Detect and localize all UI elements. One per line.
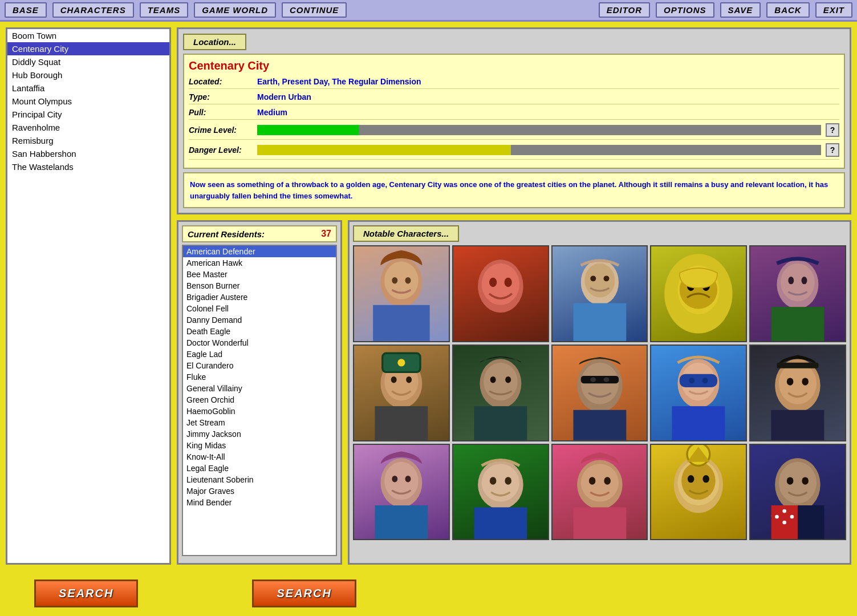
search-button-2[interactable]: SEARCH [252,579,356,607]
main-content: Boom Town Centenary City Diddly Squat Hu… [0,22,857,570]
portrait-2[interactable] [452,245,549,342]
portrait-1[interactable] [353,245,450,342]
location-item-diddly-squat[interactable]: Diddly Squat [7,55,169,68]
menu-bar: BASE CHARACTERS TEAMS GAME WORLD CONTINU… [0,0,857,22]
resident-death-eagle[interactable]: Death Eagle [183,326,336,337]
portrait-7[interactable] [452,345,549,441]
resident-colonel-fell[interactable]: Colonel Fell [183,303,336,314]
location-item-hub-borough[interactable]: Hub Borough [7,68,169,82]
menu-characters[interactable]: CHARACTERS [52,2,134,18]
resident-green-orchid[interactable]: Green Orchid [183,394,336,406]
svg-rect-60 [474,507,527,539]
resident-doctor-wonderful[interactable]: Doctor Wonderful [183,337,336,348]
location-item-the-wastelands[interactable]: The Wastelands [7,160,169,173]
characters-grid [353,245,846,540]
resident-know-it-all[interactable]: Know-It-All [183,451,336,463]
svg-point-52 [802,378,809,385]
resident-legal-eagle[interactable]: Legal Eagle [183,463,336,474]
portrait-3[interactable] [551,245,648,342]
portrait-8[interactable] [551,345,648,441]
resident-fluke[interactable]: Fluke [183,371,336,383]
location-list: Boom Town Centenary City Diddly Squat Hu… [6,27,171,565]
description-text: Now seen as something of a throwback to … [190,179,838,201]
info-panel: Location... Centenary City Located: Eart… [177,27,851,214]
type-row: Type: Modern Urban [189,92,839,104]
resident-lieutenant-soberin[interactable]: Lieutenant Soberin [183,474,336,485]
svg-point-8 [504,278,511,287]
portrait-9[interactable] [650,345,747,441]
svg-point-77 [779,461,817,503]
resident-eagle-lad[interactable]: Eagle Lad [183,348,336,360]
svg-rect-10 [573,303,626,341]
location-item-centenary-city[interactable]: Centenary City [7,42,169,55]
type-value: Modern Urban [257,92,311,102]
notable-tab: Notable Characters... [353,225,459,242]
crime-help-button[interactable]: ? [826,123,839,137]
location-item-remisburg[interactable]: Remisburg [7,134,169,147]
svg-point-79 [802,477,809,484]
svg-point-62 [490,477,497,484]
resident-general-villainy[interactable]: General Villainy [183,383,336,394]
resident-el-curandero[interactable]: El Curandero [183,360,336,371]
portrait-13[interactable] [551,444,648,541]
svg-point-41 [603,377,609,382]
pull-label: Pull: [189,108,257,117]
resident-king-midas[interactable]: King Midas [183,440,336,451]
resident-bee-master[interactable]: Bee Master [183,269,336,280]
residents-list[interactable]: American Defender American Hawk Bee Mast… [182,245,337,556]
portrait-11[interactable] [353,444,450,541]
resident-danny-demand[interactable]: Danny Demand [183,314,336,326]
location-item-principal-city[interactable]: Principal City [7,108,169,121]
location-tab: Location... [183,34,246,50]
svg-rect-20 [771,307,824,341]
resident-brigadier-austere[interactable]: Brigadier Austere [183,291,336,303]
location-item-ravenholme[interactable]: Ravenholme [7,121,169,134]
menu-options[interactable]: OPTIONS [656,2,714,18]
menu-save[interactable]: SAVE [720,2,761,18]
menu-editor[interactable]: EDITOR [599,2,650,18]
location-item-lantaffia[interactable]: Lantaffia [7,82,169,95]
danger-help-button[interactable]: ? [826,143,839,157]
crime-label: Crime Level: [189,125,257,135]
portrait-5[interactable] [749,245,846,342]
svg-point-13 [603,275,609,281]
resident-american-hawk[interactable]: American Hawk [183,257,336,269]
portrait-4[interactable] [650,245,747,342]
menu-continue[interactable]: CONTINUE [282,2,347,18]
resident-jet-stream[interactable]: Jet Stream [183,417,336,428]
svg-point-35 [505,376,511,383]
portrait-10[interactable] [749,345,846,441]
menu-teams[interactable]: TEAMS [140,2,189,18]
menu-base[interactable]: BASE [5,2,47,18]
menu-exit[interactable]: EXIT [815,2,852,18]
svg-point-27 [391,376,397,383]
residents-title: Current Residents: [188,229,321,239]
resident-major-graves[interactable]: Major Graves [183,485,336,497]
resident-jimmy-jackson[interactable]: Jimmy Jackson [183,428,336,440]
menu-back[interactable]: BACK [766,2,809,18]
resident-american-defender[interactable]: American Defender [183,246,336,257]
svg-point-63 [505,477,511,484]
svg-rect-25 [375,406,428,440]
svg-point-51 [787,378,794,385]
portrait-14[interactable] [650,444,747,541]
location-item-boom-town[interactable]: Boom Town [7,29,169,42]
portrait-15[interactable] [749,444,846,541]
located-label: Located: [189,77,257,86]
type-label: Type: [189,92,257,102]
pull-value: Medium [257,108,287,117]
resident-benson-burner[interactable]: Benson Burner [183,280,336,291]
menu-game-world[interactable]: GAME WORLD [194,2,276,18]
portrait-12[interactable] [452,444,549,541]
resident-mind-bender[interactable]: Mind Bender [183,497,336,508]
description-box: Now seen as something of a throwback to … [183,172,845,208]
pull-row: Pull: Medium [189,108,839,120]
danger-bar-container [257,145,821,155]
location-item-mount-olympus[interactable]: Mount Olympus [7,95,169,108]
resident-haemogoblin[interactable]: HaemoGoblin [183,406,336,417]
location-item-san-habbershon[interactable]: San Habbershon [7,147,169,160]
portrait-6[interactable] [353,345,450,441]
svg-point-40 [590,377,596,382]
search-button-1[interactable]: SEARCH [34,579,138,607]
svg-rect-39 [580,376,618,383]
